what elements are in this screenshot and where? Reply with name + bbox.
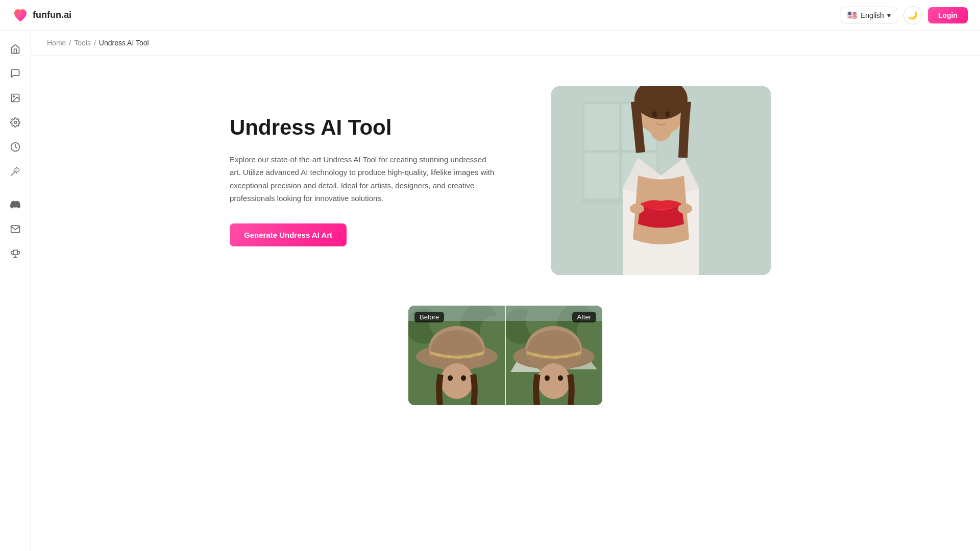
svg-point-52 <box>537 363 570 399</box>
svg-point-51 <box>575 354 578 356</box>
comparison-after: After <box>505 306 602 405</box>
svg-point-47 <box>534 354 537 356</box>
comparison-section: Before <box>31 306 980 425</box>
sidebar-divider <box>8 188 23 188</box>
svg-point-30 <box>458 357 461 359</box>
svg-point-15 <box>630 204 644 214</box>
hero-section: Undress AI Tool Explore our state-of-the… <box>199 56 812 306</box>
breadcrumb-sep-2: / <box>94 39 96 47</box>
hero-description: Explore our state-of-the-art Undress AI … <box>230 153 495 205</box>
login-button[interactable]: Login <box>928 7 968 23</box>
hero-image-container <box>551 86 771 275</box>
navbar-right: 🇺🇸 English ▾ 🌙 Login <box>841 6 968 24</box>
sidebar-item-image[interactable] <box>5 88 26 108</box>
sidebar-item-trophy[interactable] <box>5 243 26 264</box>
moon-icon: 🌙 <box>908 10 918 20</box>
logo-text: funfun.ai <box>33 10 71 20</box>
svg-point-16 <box>678 204 692 214</box>
hero-image-svg <box>551 86 771 275</box>
svg-point-49 <box>555 357 558 359</box>
logo[interactable]: funfun.ai <box>12 7 71 23</box>
comparison-container: Before <box>408 306 602 405</box>
flag-icon: 🇺🇸 <box>847 10 857 20</box>
svg-point-31 <box>468 356 471 358</box>
main-content: Home / Tools / Undress AI Tool Undress A… <box>31 31 980 551</box>
breadcrumb-tools[interactable]: Tools <box>74 39 91 47</box>
breadcrumb-home[interactable]: Home <box>47 39 66 47</box>
breadcrumb-sep-1: / <box>69 39 71 47</box>
svg-point-35 <box>461 375 466 381</box>
sidebar-item-activity[interactable] <box>5 137 26 157</box>
svg-point-17 <box>652 111 657 117</box>
hero-image <box>551 86 771 275</box>
dark-mode-toggle[interactable]: 🌙 <box>903 6 922 24</box>
breadcrumb: Home / Tools / Undress AI Tool <box>31 31 980 56</box>
comparison-divider <box>505 306 506 405</box>
svg-point-2 <box>14 121 16 124</box>
layout: Home / Tools / Undress AI Tool Undress A… <box>0 31 980 551</box>
generate-button[interactable]: Generate Undress AI Art <box>230 223 347 246</box>
breadcrumb-current: Undress AI Tool <box>99 39 149 47</box>
after-label: After <box>572 312 596 322</box>
svg-point-29 <box>448 356 451 358</box>
sidebar-item-mail[interactable] <box>5 219 26 239</box>
sidebar-item-home[interactable] <box>5 39 26 59</box>
sidebar-item-settings[interactable] <box>5 112 26 133</box>
svg-point-18 <box>665 111 670 117</box>
before-label: Before <box>414 312 444 322</box>
sidebar-item-discord[interactable] <box>5 194 26 215</box>
navbar: funfun.ai 🇺🇸 English ▾ 🌙 Login <box>0 0 980 31</box>
sidebar <box>0 31 31 551</box>
logo-icon <box>12 7 29 23</box>
svg-point-32 <box>478 354 481 356</box>
svg-point-48 <box>545 356 548 358</box>
sidebar-item-magic[interactable] <box>5 161 26 182</box>
svg-point-50 <box>565 356 568 358</box>
svg-point-1 <box>13 96 14 97</box>
hero-content: Undress AI Tool Explore our state-of-the… <box>230 115 495 246</box>
svg-point-53 <box>545 375 550 381</box>
svg-point-28 <box>437 354 440 356</box>
svg-point-54 <box>558 375 563 381</box>
chevron-down-icon: ▾ <box>887 11 891 19</box>
comparison-before: Before <box>408 306 505 405</box>
sidebar-item-chat[interactable] <box>5 63 26 84</box>
language-selector[interactable]: 🇺🇸 English ▾ <box>841 7 897 23</box>
svg-point-34 <box>448 375 453 381</box>
hero-title: Undress AI Tool <box>230 115 495 140</box>
lang-label: English <box>861 11 884 19</box>
svg-point-33 <box>440 363 473 399</box>
